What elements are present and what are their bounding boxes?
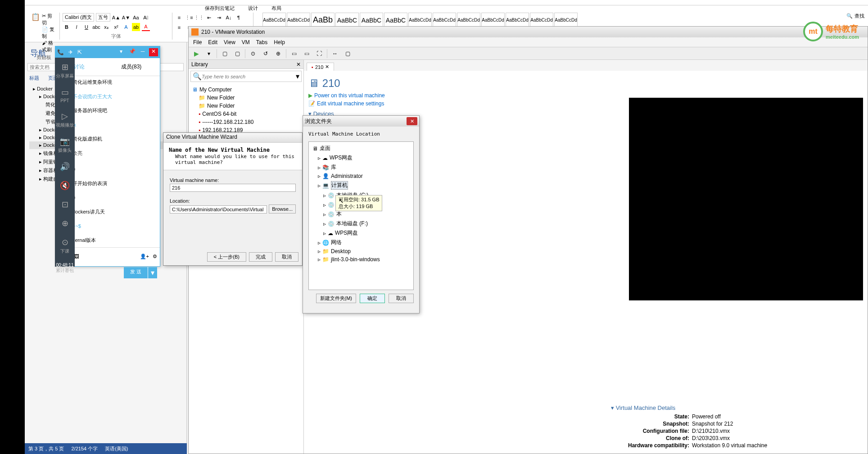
bullets[interactable]: ≡ bbox=[175, 14, 183, 22]
tree-item[interactable]: ▪ ------192.168.212.180 bbox=[190, 118, 302, 126]
phone-icon[interactable]: 📞 bbox=[57, 49, 64, 55]
new-folder-button[interactable]: 新建文件夹(M) bbox=[316, 294, 357, 303]
close-icon[interactable]: ✕ bbox=[407, 117, 417, 125]
menu-item[interactable]: Help bbox=[274, 39, 285, 45]
cut-button[interactable]: ✂ 剪切 bbox=[42, 13, 57, 26]
dropdown-icon[interactable]: ▾ bbox=[204, 49, 214, 59]
image-icon[interactable]: 🖼 bbox=[74, 254, 79, 259]
vm-name-input[interactable] bbox=[170, 184, 296, 192]
font-name[interactable]: Calibri (西文 bbox=[63, 13, 94, 22]
manage-icon[interactable]: ⊕ bbox=[273, 49, 283, 59]
view-icon[interactable]: ▭ bbox=[302, 49, 312, 59]
folder-tree-item[interactable]: ▹ 💿 本地磁盘 (F:) bbox=[311, 219, 411, 228]
library-search[interactable] bbox=[202, 74, 296, 79]
chat-tab-discuss[interactable]: 讨论 bbox=[74, 63, 85, 71]
menu-item[interactable]: View bbox=[224, 39, 235, 45]
folder-tree-item[interactable]: ▹ 💻 计算机 bbox=[311, 180, 411, 191]
tree-item[interactable]: 📁 New Folder bbox=[190, 102, 302, 110]
sort[interactable]: A↓ bbox=[225, 14, 233, 22]
pin-icon[interactable]: 📌 bbox=[127, 48, 136, 56]
folder-tree-item[interactable]: ▹ 📁 Desktop bbox=[311, 247, 411, 255]
font-color[interactable]: A bbox=[142, 23, 150, 31]
status-lang[interactable]: 英语(美国) bbox=[105, 445, 128, 452]
nav-tab-headings[interactable]: 标题 bbox=[29, 75, 39, 82]
gear-icon[interactable]: ⚙ bbox=[153, 254, 157, 259]
align-left[interactable]: ≡ bbox=[175, 23, 183, 32]
tb-btn[interactable]: ▢ bbox=[343, 49, 353, 59]
send-dropdown[interactable]: ▾ bbox=[148, 267, 157, 278]
close-icon[interactable]: ✕ bbox=[325, 64, 329, 70]
sidebar-item[interactable]: ⊞分享屏幕 bbox=[55, 62, 75, 79]
menu-item[interactable]: Tabs bbox=[256, 39, 267, 45]
chat-tab-members[interactable]: 成员(83) bbox=[121, 63, 141, 71]
folder-tree[interactable]: 可用空间: 31.5 GB 总大小: 119 GB 🖥 桌面▹ ☁ WPS网盘▹… bbox=[308, 141, 414, 290]
play-icon[interactable]: ▶ bbox=[191, 49, 201, 59]
sidebar-item[interactable]: ⊙下课 bbox=[55, 237, 75, 254]
sidebar-item[interactable]: ⊡ bbox=[55, 200, 75, 210]
strike[interactable]: abc bbox=[92, 23, 100, 31]
folder-tree-item[interactable]: ▹ ☁ WPS网盘 bbox=[311, 228, 411, 238]
shrink-font[interactable]: A▼ bbox=[122, 14, 130, 22]
paste-button[interactable]: 📋 bbox=[31, 13, 40, 31]
revert-icon[interactable]: ↺ bbox=[261, 49, 271, 59]
close-icon[interactable]: ✕ bbox=[149, 48, 158, 56]
italic[interactable]: I bbox=[72, 23, 81, 31]
sidebar-item[interactable]: ▭PPT bbox=[55, 87, 75, 103]
superscript[interactable]: x² bbox=[112, 23, 120, 31]
share-icon[interactable]: ⇱ bbox=[77, 49, 82, 55]
find-button[interactable]: 🔍 查找 bbox=[846, 13, 864, 19]
folder-tree-item[interactable]: ▹ 👤 Administrator bbox=[311, 172, 411, 180]
tree-item[interactable]: 🖥 My Computer bbox=[190, 86, 302, 94]
sidebar-item[interactable]: 📷摄像头 bbox=[55, 136, 75, 154]
grow-font[interactable]: A▲ bbox=[112, 14, 120, 22]
add-user-icon[interactable]: 👤+ bbox=[140, 254, 149, 259]
font-size[interactable]: 五号 bbox=[96, 13, 110, 22]
folder-tree-item[interactable]: ▹ 🌐 网络 bbox=[311, 238, 411, 247]
multilevel[interactable]: ⋮⋮ bbox=[195, 14, 203, 22]
view-icon[interactable]: ▭ bbox=[289, 49, 299, 59]
dropdown-icon[interactable]: ▾ bbox=[117, 48, 126, 56]
dropdown-icon[interactable]: ▾ bbox=[296, 72, 299, 81]
menu-item[interactable]: File bbox=[193, 39, 202, 45]
folder-tree-item[interactable]: ▹ ☁ WPS网盘 bbox=[311, 153, 411, 163]
ok-button[interactable]: 确定 bbox=[360, 294, 385, 303]
sidebar-item[interactable]: ▷视频播放 bbox=[55, 111, 75, 128]
numbering[interactable]: ⋮≡ bbox=[185, 14, 193, 22]
finish-button[interactable]: 完成 bbox=[249, 252, 272, 262]
menu-item[interactable]: Edit bbox=[208, 39, 217, 45]
subscript[interactable]: x₂ bbox=[102, 23, 110, 31]
fullscreen-icon[interactable]: ⛶ bbox=[314, 49, 324, 59]
plane-icon[interactable]: ✈ bbox=[68, 49, 73, 55]
indent-inc[interactable]: ⇥ bbox=[215, 14, 223, 22]
bold[interactable]: B bbox=[63, 23, 71, 31]
underline[interactable]: U bbox=[82, 23, 90, 31]
clear-format[interactable]: A⃠ bbox=[142, 14, 150, 22]
tree-item[interactable]: ▪ CentOS 64-bit bbox=[190, 110, 302, 118]
folder-tree-item[interactable]: ▹ 📚 库 bbox=[311, 163, 411, 172]
back-button[interactable]: < 上一步(B) bbox=[207, 252, 246, 262]
cancel-button[interactable]: 取消 bbox=[389, 294, 414, 303]
tree-item[interactable]: 📁 New Folder bbox=[190, 94, 302, 102]
tb-btn[interactable]: ▢ bbox=[232, 49, 242, 59]
menu-item[interactable]: VM bbox=[242, 39, 250, 45]
unity-icon[interactable]: ↔ bbox=[330, 49, 340, 59]
cancel-button[interactable]: 取消 bbox=[275, 252, 298, 262]
sidebar-item[interactable]: 🔇 bbox=[55, 181, 75, 191]
location-input[interactable] bbox=[170, 205, 267, 213]
send-button[interactable]: 发 送 bbox=[124, 267, 148, 278]
sidebar-item[interactable]: ⊕ bbox=[55, 218, 75, 229]
text-effect[interactable]: A bbox=[122, 23, 130, 31]
folder-tree-item[interactable]: ▹ 📁 jlint-3.0-bin-windows bbox=[311, 255, 411, 263]
copy-button[interactable]: 📄 复制 bbox=[42, 26, 57, 40]
sidebar-item[interactable]: 🔊 bbox=[55, 162, 75, 173]
highlight[interactable]: ab bbox=[132, 23, 140, 31]
snapshot-icon[interactable]: ⊙ bbox=[248, 49, 258, 59]
browse-button[interactable]: Browse... bbox=[269, 204, 296, 213]
change-case[interactable]: Aa bbox=[132, 14, 140, 22]
folder-tree-item[interactable]: 🖥 桌面 bbox=[311, 144, 411, 153]
minimize-icon[interactable]: ─ bbox=[138, 48, 147, 56]
indent-dec[interactable]: ⇤ bbox=[205, 14, 213, 22]
vm-tab[interactable]: ▪ 210 ✕ bbox=[307, 63, 334, 71]
close-icon[interactable]: ✕ bbox=[296, 61, 301, 68]
show-marks[interactable]: ¶ bbox=[235, 14, 243, 22]
